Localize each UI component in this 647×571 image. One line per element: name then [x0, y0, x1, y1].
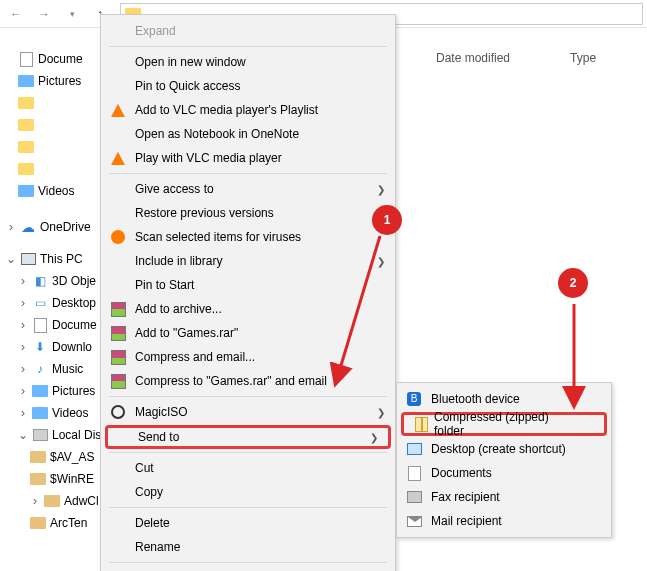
folder-icon	[18, 119, 34, 131]
download-icon: ⬇	[32, 339, 48, 355]
ctx-open-onenote[interactable]: Open as Notebook in OneNote	[101, 122, 395, 146]
ctx-scan-viruses[interactable]: Scan selected items for viruses	[101, 225, 395, 249]
winrar-icon	[111, 374, 126, 389]
sendto-documents[interactable]: Documents	[397, 461, 611, 485]
chevron-right-icon: ❯	[377, 407, 385, 418]
tree-item-documents[interactable]: Docume	[0, 48, 100, 70]
ctx-give-access[interactable]: Give access to❯	[101, 177, 395, 201]
winrar-icon	[111, 350, 126, 365]
chevron-right-icon: ❯	[377, 256, 385, 267]
sendto-mail[interactable]: Mail recipient	[397, 509, 611, 533]
ctx-compress-email[interactable]: Compress and email...	[101, 345, 395, 369]
mail-icon	[407, 516, 422, 527]
tree-item-unnamed-1[interactable]	[0, 92, 100, 114]
ctx-add-vlc-playlist[interactable]: Add to VLC media player's Playlist	[101, 98, 395, 122]
ctx-cut[interactable]: Cut	[101, 456, 395, 480]
ctx-expand: Expand	[101, 19, 395, 43]
folder-icon	[18, 163, 34, 175]
ctx-add-archive[interactable]: Add to archive...	[101, 297, 395, 321]
ctx-add-rar[interactable]: Add to "Games.rar"	[101, 321, 395, 345]
ctx-rename[interactable]: Rename	[101, 535, 395, 559]
vlc-icon	[111, 104, 125, 117]
winrar-icon	[111, 302, 126, 317]
tree-item-pictures[interactable]: Pictures	[0, 70, 100, 92]
objects-icon: ◧	[32, 273, 48, 289]
tree-item-desktop[interactable]: ›▭Desktop	[0, 292, 100, 314]
sendto-bluetooth[interactable]: BBluetooth device	[397, 387, 611, 411]
nav-tree: Docume Pictures Videos ›☁OneDrive ⌄This …	[0, 28, 100, 571]
tree-item-downloads[interactable]: ›⬇Downlo	[0, 336, 100, 358]
separator	[109, 173, 387, 174]
sendto-desktop-shortcut[interactable]: Desktop (create shortcut)	[397, 437, 611, 461]
music-icon: ♪	[32, 361, 48, 377]
sendto-fax[interactable]: Fax recipient	[397, 485, 611, 509]
folder-icon	[18, 141, 34, 153]
ctx-restore-versions[interactable]: Restore previous versions	[101, 201, 395, 225]
tree-item-localdisk[interactable]: ⌄Local Dis	[0, 424, 100, 446]
separator	[109, 562, 387, 563]
ctx-new[interactable]: New❯	[101, 566, 395, 571]
videos-icon	[32, 407, 48, 419]
tree-item-onedrive[interactable]: ›☁OneDrive	[0, 216, 100, 238]
avast-icon	[111, 230, 125, 244]
col-date[interactable]: Date modified	[436, 51, 510, 65]
nav-recent-button[interactable]: ▾	[60, 2, 84, 26]
desktop-icon	[407, 443, 422, 455]
ctx-magiciso[interactable]: MagicISO❯	[101, 400, 395, 424]
tree-item-videos2[interactable]: ›Videos	[0, 402, 100, 424]
separator	[109, 507, 387, 508]
col-type[interactable]: Type	[570, 51, 596, 65]
tree-item-adwcl[interactable]: ›AdwCl	[0, 490, 100, 512]
ctx-compress-rar-email[interactable]: Compress to "Games.rar" and email	[101, 369, 395, 393]
pc-icon	[21, 253, 36, 265]
list-header: Date modified Type	[408, 44, 647, 72]
tree-item-avast[interactable]: $AV_AS	[0, 446, 100, 468]
tree-item-3dobjects[interactable]: ›◧3D Obje	[0, 270, 100, 292]
folder-icon	[18, 97, 34, 109]
folder-icon	[30, 517, 46, 529]
ctx-copy[interactable]: Copy	[101, 480, 395, 504]
tree-item-thispc[interactable]: ⌄This PC	[0, 248, 100, 270]
tree-item-winre[interactable]: $WinRE	[0, 468, 100, 490]
sendto-submenu: BBluetooth device Compressed (zipped) fo…	[396, 382, 612, 538]
chevron-right-icon: ❯	[370, 432, 378, 443]
tree-item-videos[interactable]: Videos	[0, 180, 100, 202]
vlc-icon	[111, 152, 125, 165]
ctx-send-to[interactable]: Send to❯	[105, 425, 391, 449]
tree-item-music[interactable]: ›♪Music	[0, 358, 100, 380]
document-icon	[34, 318, 47, 333]
nav-forward-button: →	[32, 2, 56, 26]
separator	[109, 46, 387, 47]
tree-item-arcten[interactable]: ArcTen	[0, 512, 100, 534]
document-icon	[408, 466, 421, 481]
videos-icon	[18, 185, 34, 197]
cloud-icon: ☁	[20, 219, 36, 235]
chevron-right-icon: ❯	[377, 184, 385, 195]
tree-item-unnamed-2[interactable]	[0, 114, 100, 136]
annotation-badge-1: 1	[372, 205, 402, 235]
ctx-include-library[interactable]: Include in library❯	[101, 249, 395, 273]
nav-back-button[interactable]: ←	[4, 2, 28, 26]
fax-icon	[407, 491, 422, 503]
tree-item-unnamed-4[interactable]	[0, 158, 100, 180]
tree-item-unnamed-3[interactable]	[0, 136, 100, 158]
tree-item-documents2[interactable]: ›Docume	[0, 314, 100, 336]
ctx-open-new-window[interactable]: Open in new window	[101, 50, 395, 74]
desktop-icon: ▭	[32, 295, 48, 311]
annotation-badge-2: 2	[558, 268, 588, 298]
disk-icon	[33, 429, 48, 441]
separator	[109, 396, 387, 397]
zip-icon	[415, 417, 428, 432]
ctx-play-vlc[interactable]: Play with VLC media player	[101, 146, 395, 170]
folder-icon	[30, 451, 46, 463]
sendto-compressed-folder[interactable]: Compressed (zipped) folder	[401, 412, 607, 436]
ctx-pin-quick-access[interactable]: Pin to Quick access	[101, 74, 395, 98]
pictures-icon	[32, 385, 48, 397]
folder-icon	[44, 495, 60, 507]
ctx-delete[interactable]: Delete	[101, 511, 395, 535]
ctx-pin-start[interactable]: Pin to Start	[101, 273, 395, 297]
separator	[109, 452, 387, 453]
bluetooth-icon: B	[407, 392, 421, 406]
tree-item-pictures2[interactable]: ›Pictures	[0, 380, 100, 402]
folder-icon	[30, 473, 46, 485]
